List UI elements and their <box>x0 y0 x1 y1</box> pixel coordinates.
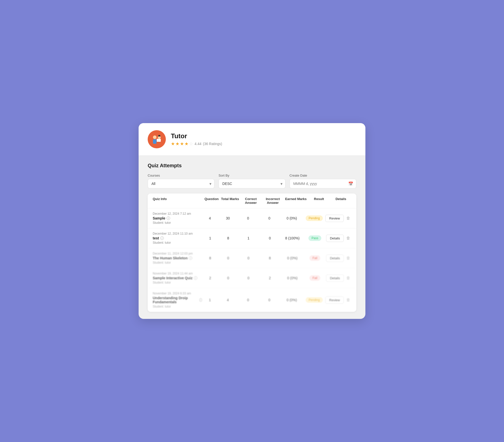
sort-by-filter-group: Sort By DESC <box>218 174 285 188</box>
td-incorrect-5: 0 <box>258 298 280 302</box>
td-earned-2: 8 (100%) <box>281 236 303 240</box>
td-correct-1: 0 <box>238 216 258 220</box>
action-cell-2: Details 🗑 <box>326 235 351 242</box>
sort-by-select[interactable]: DESC <box>218 179 285 188</box>
td-result-4: Fail <box>304 275 326 281</box>
table-row: November 19, 2024 6:33 am Understanding … <box>148 288 356 312</box>
details-button-2[interactable]: Details <box>326 235 344 242</box>
delete-button-2[interactable]: 🗑 <box>345 235 351 241</box>
svg-point-1 <box>153 135 156 139</box>
rating-row: ★ ★ ★ ★ ☆ 4.44 (36 Ratings) <box>171 141 222 147</box>
action-cell-5: Review 🗑 <box>325 296 351 304</box>
details-button-3[interactable]: Details <box>326 255 344 262</box>
col-quiz-info: Quiz Info <box>153 197 204 205</box>
badge-fail-3: Fail <box>309 255 320 261</box>
delete-button-5[interactable]: 🗑 <box>345 297 351 303</box>
info-icon-3[interactable]: i <box>189 256 192 260</box>
header-info: Tutor ★ ★ ★ ★ ☆ 4.44 (36 Ratings) <box>171 132 222 147</box>
td-correct-4: 0 <box>238 276 259 280</box>
td-question-4: 2 <box>202 276 218 280</box>
courses-select[interactable]: All <box>148 179 214 188</box>
td-total-marks-5: 4 <box>218 298 238 302</box>
date-input-wrapper[interactable]: 📅 <box>290 179 356 188</box>
rating-count: (36 Ratings) <box>203 142 222 146</box>
badge-pass-2: Pass <box>308 235 321 241</box>
info-icon-2[interactable]: i <box>160 236 164 240</box>
td-earned-1: 0 (0%) <box>280 216 303 220</box>
col-correct-answer: Correct Answer <box>240 197 261 205</box>
td-incorrect-3: 8 <box>259 256 281 260</box>
delete-button-3[interactable]: 🗑 <box>345 255 351 261</box>
date-input[interactable] <box>290 179 356 188</box>
col-earned-marks: Earned Marks <box>284 197 307 205</box>
star-5: ☆ <box>189 141 193 147</box>
td-question-2: 1 <box>202 236 218 240</box>
info-icon-5[interactable]: i <box>199 298 202 302</box>
svg-rect-2 <box>153 139 156 144</box>
star-rating: ★ ★ ★ ★ ☆ <box>171 141 193 147</box>
table-row: December 12, 2024 11:10 am test i Studen… <box>148 228 356 248</box>
quiz-student-1: Student: tutor <box>153 221 202 225</box>
td-correct-2: 1 <box>238 236 259 240</box>
table-row: December 11, 2024 12:03 pm The Human Ske… <box>148 248 356 268</box>
review-button-5[interactable]: Review <box>325 296 344 304</box>
review-button-1[interactable]: Review <box>325 215 344 222</box>
td-result-5: Pending <box>303 297 325 303</box>
info-icon-1[interactable]: i <box>167 216 170 220</box>
quiz-name-1: Sample i <box>153 216 202 220</box>
quiz-table: Quiz Info Question Total Marks Correct A… <box>148 194 356 312</box>
date-label: Create Date <box>290 174 356 177</box>
table-row: December 12, 2024 7:12 am Sample i Stude… <box>148 208 356 228</box>
star-1: ★ <box>171 141 175 147</box>
quiz-name-4: Sample Interactive Quiz i <box>153 276 202 280</box>
quiz-student-2: Student: tutor <box>153 241 202 244</box>
date-filter-group: Create Date 📅 <box>290 174 356 188</box>
quiz-student-3: Student: tutor <box>153 261 202 264</box>
sort-by-label: Sort By <box>218 174 285 177</box>
quiz-student-4: Student: tutor <box>153 281 202 284</box>
col-result: Result <box>307 197 331 205</box>
badge-pending-1: Pending <box>306 215 323 221</box>
quiz-student-5: Student: tutor <box>153 305 202 308</box>
td-earned-4: 0 (0%) <box>281 276 303 280</box>
td-correct-3: 0 <box>238 256 259 260</box>
badge-fail-4: Fail <box>309 275 320 281</box>
quiz-info-cell-1: December 12, 2024 7:12 am Sample i Stude… <box>153 212 202 225</box>
calendar-icon: 📅 <box>348 181 353 186</box>
quiz-date-3: December 11, 2024 12:03 pm <box>153 252 202 255</box>
td-earned-5: 0 (0%) <box>280 298 303 302</box>
app-avatar <box>148 130 166 148</box>
td-correct-5: 0 <box>238 298 258 302</box>
action-cell-3: Details 🗑 <box>326 255 351 262</box>
sort-by-select-wrapper[interactable]: DESC <box>218 179 285 188</box>
rating-value: 4.44 <box>195 142 201 146</box>
td-incorrect-2: 0 <box>259 236 281 240</box>
td-result-1: Pending <box>303 215 325 221</box>
td-question-3: 8 <box>202 256 218 260</box>
info-icon-4[interactable]: i <box>194 276 197 280</box>
main-card: Tutor ★ ★ ★ ★ ☆ 4.44 (36 Ratings) Quiz A… <box>139 123 365 319</box>
quiz-info-cell-2: December 12, 2024 11:10 am test i Studen… <box>153 232 202 244</box>
courses-select-wrapper[interactable]: All <box>148 179 214 188</box>
courses-filter-group: Courses All <box>148 174 214 188</box>
details-button-4[interactable]: Details <box>326 274 344 282</box>
quiz-date-1: December 12, 2024 7:12 am <box>153 212 202 215</box>
col-details: Details <box>331 197 351 205</box>
quiz-name-2: test i <box>153 236 202 240</box>
quiz-date-2: December 12, 2024 11:10 am <box>153 232 202 235</box>
td-total-marks-2: 8 <box>218 236 238 240</box>
delete-button-1[interactable]: 🗑 <box>345 215 351 222</box>
col-incorrect-answer: Incorrect Answer <box>261 197 285 205</box>
delete-button-4[interactable]: 🗑 <box>345 275 351 281</box>
table-row: November 19, 2024 11:44 am Sample Intera… <box>148 268 356 288</box>
td-result-3: Fail <box>304 255 326 261</box>
quiz-info-cell-4: November 19, 2024 11:44 am Sample Intera… <box>153 272 202 284</box>
quiz-date-4: November 19, 2024 11:44 am <box>153 272 202 275</box>
td-incorrect-4: 2 <box>259 276 281 280</box>
app-header: Tutor ★ ★ ★ ★ ☆ 4.44 (36 Ratings) <box>139 123 365 156</box>
courses-label: Courses <box>148 174 214 177</box>
filters-row: Courses All Sort By DESC Create Date <box>148 174 356 188</box>
star-3: ★ <box>180 141 184 147</box>
quiz-date-5: November 19, 2024 6:33 am <box>153 292 202 295</box>
td-question-1: 4 <box>202 216 218 220</box>
